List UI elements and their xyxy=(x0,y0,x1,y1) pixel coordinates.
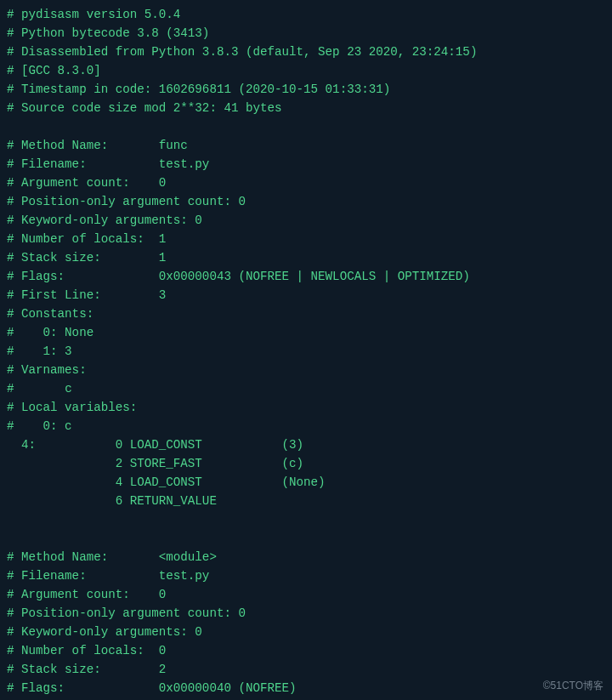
code-line: # Local variables: xyxy=(7,401,137,414)
code-line: # Method Name: func xyxy=(7,139,188,152)
code-line: 2 STORE_FAST (c) xyxy=(7,457,303,470)
code-line: # 0: c xyxy=(7,419,72,433)
code-line: # Argument count: 0 xyxy=(7,588,166,601)
code-line: # c xyxy=(7,382,72,396)
code-line: # Filename: test.py xyxy=(7,157,209,171)
code-line: # pydisasm version 5.0.4 xyxy=(7,8,180,21)
code-line: # Stack size: 2 xyxy=(7,663,166,676)
code-line: 4 LOAD_CONST (None) xyxy=(7,475,326,489)
code-line: # Number of locals: 0 xyxy=(7,644,166,657)
code-line: # Python bytecode 3.8 (3413) xyxy=(7,26,209,40)
code-line: # Source code size mod 2**32: 41 bytes xyxy=(7,101,282,115)
code-line: # Keyword-only arguments: 0 xyxy=(7,625,202,639)
watermark-text: ©51CTO博客 xyxy=(543,679,604,693)
code-line: # 1: 3 xyxy=(7,344,72,358)
code-line: # Argument count: 0 xyxy=(7,176,166,190)
code-line: # Disassembled from Python 3.8.3 (defaul… xyxy=(7,45,477,59)
code-line: # Stack size: 1 xyxy=(7,251,166,265)
disassembly-output: # pydisasm version 5.0.4 # Python byteco… xyxy=(0,0,612,700)
code-line: # Constants: xyxy=(7,307,94,321)
code-line: # Number of locals: 1 xyxy=(7,232,166,246)
code-line: # First Line: 3 xyxy=(7,288,166,302)
code-line: # Timestamp in code: 1602696811 (2020-10… xyxy=(7,83,390,96)
code-line: 6 RETURN_VALUE xyxy=(7,494,217,508)
code-line: # Method Name: <module> xyxy=(7,550,217,564)
code-line: # Position-only argument count: 0 xyxy=(7,606,246,620)
code-line: # [GCC 8.3.0] xyxy=(7,64,101,77)
code-line: 4: 0 LOAD_CONST (3) xyxy=(7,438,303,452)
code-line: # Varnames: xyxy=(7,363,87,377)
code-line: # 0: None xyxy=(7,326,94,339)
code-line: # Flags: 0x00000040 (NOFREE) xyxy=(7,681,297,695)
code-line: # Flags: 0x00000043 (NOFREE | NEWLOCALS … xyxy=(7,270,470,283)
code-line: # Keyword-only arguments: 0 xyxy=(7,213,202,227)
code-line: # Filename: test.py xyxy=(7,569,209,583)
code-line: # Position-only argument count: 0 xyxy=(7,195,246,208)
